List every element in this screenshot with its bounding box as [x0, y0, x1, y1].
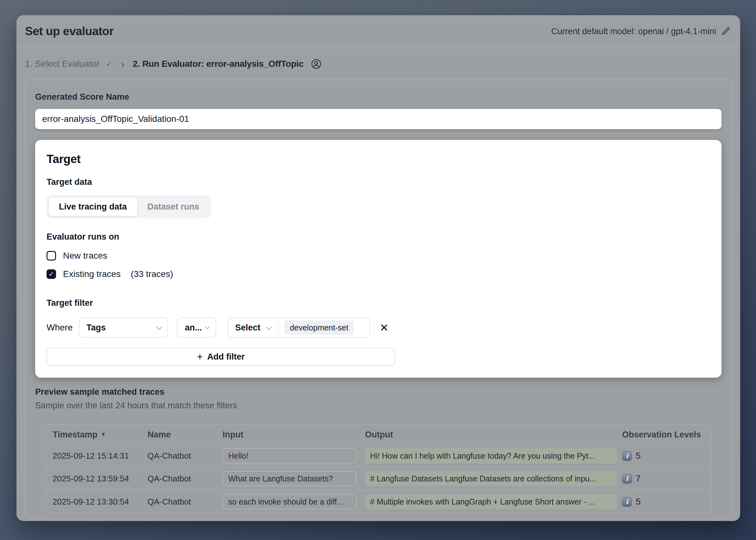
existing-traces-option: ✓ Existing traces (33 traces) [47, 267, 710, 281]
info-badge-icon: i [622, 451, 632, 461]
cell-input: Hello! [223, 448, 357, 464]
cell-name: QA-Chatbot [148, 474, 223, 484]
add-filter-label: Add filter [207, 352, 245, 362]
filter-value-placeholder: Select [235, 323, 260, 333]
chevron-down-icon [156, 324, 162, 330]
chevron-down-icon [266, 324, 272, 330]
target-data-label: Target data [47, 177, 710, 187]
add-filter-button[interactable]: + Add filter [47, 348, 395, 365]
cell-observation-levels: i 7 [622, 473, 711, 484]
preview-title: Preview sample matched traces [35, 387, 721, 397]
remove-filter-icon[interactable]: ✕ [379, 322, 389, 333]
cell-name: QA-Chatbot [148, 497, 223, 507]
chevron-right-icon: › [121, 59, 124, 69]
evaluator-runs-on-label: Evaluator runs on [47, 232, 710, 242]
existing-traces-checkbox[interactable]: ✓ [47, 269, 56, 279]
tab-live-tracing-data[interactable]: Live tracing data [49, 197, 137, 216]
cell-timestamp: 2025-09-12 13:30:54 [53, 497, 148, 507]
info-badge-icon: i [622, 497, 632, 507]
user-circle-icon [309, 58, 322, 69]
default-model-info: Current default model: openai / gpt-4.1-… [551, 27, 731, 36]
preview-subtitle: Sample over the last 24 hours that match… [35, 401, 721, 411]
cell-input: so each invoke should be a diff... [223, 494, 357, 509]
filter-column-value: Tags [86, 323, 106, 333]
preview-traces-table: Timestamp ▼ Name Input Output Observatio… [45, 425, 712, 514]
table-row: 2025-09-12 15:14:31 QA-Chatbot Hello! Hi… [46, 445, 711, 468]
edit-model-icon[interactable] [721, 27, 731, 36]
cell-observation-levels: i 5 [622, 451, 711, 461]
plus-icon: + [197, 352, 203, 362]
filter-value-select[interactable]: Select development-set [227, 318, 370, 338]
new-traces-checkbox[interactable] [47, 251, 56, 260]
step-complete-check-icon: ✓ [106, 59, 113, 69]
divider [278, 322, 279, 334]
cell-timestamp: 2025-09-12 15:14:31 [53, 451, 148, 461]
column-header-observation-levels: Observation Levels [622, 430, 711, 440]
cell-timestamp: 2025-09-12 13:59:54 [53, 474, 148, 484]
column-header-name: Name [148, 430, 223, 440]
column-header-output: Output [365, 430, 622, 440]
checkmark-icon: ✓ [49, 270, 54, 278]
filter-row: Where Tags an... Select development-set … [47, 318, 710, 338]
filter-operator-value: an... [185, 323, 202, 333]
table-header-row: Timestamp ▼ Name Input Output Observatio… [46, 425, 711, 445]
cell-output: # Langfuse Datasets Langfuse Datasets ar… [365, 471, 617, 486]
target-card-title: Target [47, 153, 710, 166]
column-header-input: Input [223, 430, 365, 440]
cell-input: What are Langfuse Datasets? [223, 471, 357, 486]
new-traces-option: New traces [47, 249, 710, 263]
table-row: 2025-09-12 13:30:54 QA-Chatbot so each i… [46, 490, 711, 513]
column-header-timestamp[interactable]: Timestamp ▼ [53, 430, 148, 440]
default-model-label: Current default model: openai / gpt-4.1-… [551, 27, 716, 36]
sort-desc-icon: ▼ [101, 431, 106, 438]
generated-score-name-input[interactable]: error-analysis_OffTopic_Validation-01 [35, 109, 721, 129]
tab-dataset-runs[interactable]: Dataset runs [137, 197, 210, 216]
existing-traces-count: (33 traces) [131, 269, 173, 279]
target-data-tabs: Live tracing data Dataset runs [47, 195, 211, 218]
target-card: Target Target data Live tracing data Dat… [35, 140, 721, 378]
generated-score-name-label: Generated Score Name [35, 92, 721, 102]
modal-header: Set up evaluator Current default model: … [16, 15, 740, 48]
run-evaluator-form-section: Generated Score Name error-analysis_OffT… [24, 79, 732, 519]
cell-observation-levels: i 5 [622, 497, 711, 507]
generated-score-name-value: error-analysis_OffTopic_Validation-01 [42, 114, 189, 124]
setup-evaluator-modal: Set up evaluator Current default model: … [16, 15, 740, 521]
app-background: { "header": { "title": "Set up evaluator… [0, 0, 756, 540]
existing-traces-label: Existing traces [63, 269, 121, 279]
filter-column-select[interactable]: Tags [79, 318, 168, 338]
filter-value-chip[interactable]: development-set [284, 320, 354, 335]
target-filter-label: Target filter [47, 298, 710, 308]
breadcrumb-step-select-evaluator[interactable]: 1. Select Evaluator [25, 59, 99, 69]
cell-name: QA-Chatbot [148, 451, 223, 461]
cell-output: Hi! How can I help with Langfuse today? … [365, 448, 617, 464]
info-badge-icon: i [622, 474, 632, 484]
where-label: Where [47, 323, 75, 333]
cell-output: # Multiple invokes with LangGraph + Lang… [365, 494, 617, 509]
chevron-down-icon [205, 325, 210, 329]
filter-operator-select[interactable]: an... [177, 318, 216, 338]
breadcrumb-step-run-evaluator: 2. Run Evaluator: error-analysis_OffTopi… [133, 59, 304, 69]
page-title: Set up evaluator [25, 25, 114, 38]
breadcrumb: 1. Select Evaluator ✓ › 2. Run Evaluator… [16, 48, 740, 79]
new-traces-label: New traces [63, 251, 107, 261]
table-row: 2025-09-12 13:59:54 QA-Chatbot What are … [46, 468, 711, 490]
